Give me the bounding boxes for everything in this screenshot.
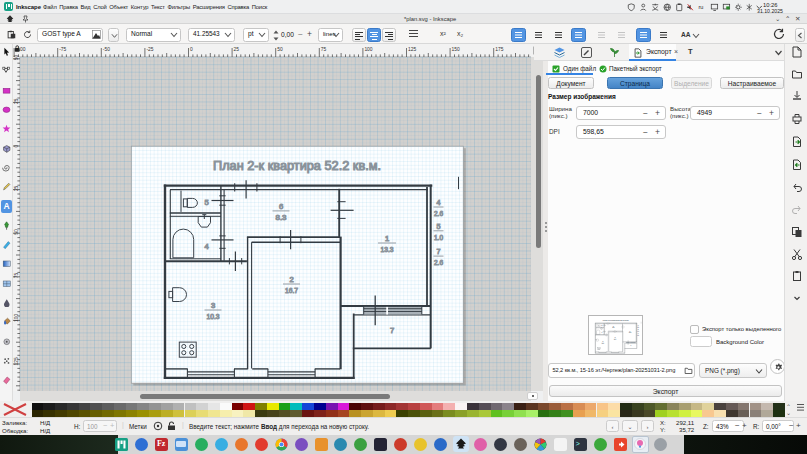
svg-text:13.3: 13.3 (381, 245, 394, 254)
svg-text:1: 1 (385, 234, 389, 243)
svg-text:4: 4 (204, 242, 208, 251)
svg-text:0: 0 (190, 47, 193, 52)
svg-text:2: 2 (289, 275, 293, 284)
svg-text:125: 125 (408, 47, 416, 52)
svg-text:10.3: 10.3 (207, 312, 220, 321)
svg-text:-75: -75 (59, 47, 66, 52)
svg-text:25: 25 (14, 98, 19, 104)
svg-text:2.6: 2.6 (637, 326, 639, 327)
svg-text:175: 175 (495, 47, 503, 52)
svg-text:5: 5 (437, 222, 441, 231)
svg-text:50: 50 (14, 55, 19, 61)
svg-text:50: 50 (14, 229, 19, 235)
svg-text:1.0: 1.0 (434, 233, 443, 242)
svg-text:2.6: 2.6 (637, 334, 639, 335)
svg-text:7: 7 (637, 332, 638, 333)
svg-text:16.7: 16.7 (614, 338, 616, 339)
svg-text:13.3: 13.3 (628, 332, 630, 333)
svg-text:ru: ru (698, 4, 703, 10)
svg-text:5: 5 (204, 198, 208, 207)
svg-text:2: 2 (614, 337, 615, 338)
svg-text:3: 3 (602, 341, 603, 342)
svg-text:16.7: 16.7 (285, 286, 298, 295)
svg-text:План 2-к квартира 52.2 кв.м.: План 2-к квартира 52.2 кв.м. (213, 159, 381, 173)
svg-text:50: 50 (277, 47, 283, 52)
svg-text:150: 150 (452, 47, 460, 52)
svg-text:75: 75 (14, 273, 19, 279)
svg-text:8.3: 8.3 (276, 213, 287, 222)
svg-text:2.6: 2.6 (434, 209, 443, 218)
svg-text:4: 4 (437, 198, 441, 207)
svg-text:4: 4 (637, 325, 638, 326)
svg-text:0: 0 (14, 145, 19, 148)
svg-text:75: 75 (321, 47, 327, 52)
svg-text:7: 7 (437, 247, 441, 256)
svg-text:5: 5 (637, 328, 638, 329)
svg-text:План 2-к квартира 52.2 кв.м.: План 2-к квартира 52.2 кв.м. (602, 318, 629, 320)
svg-text:5: 5 (601, 325, 602, 326)
svg-text:100: 100 (364, 47, 372, 52)
svg-text:-25: -25 (146, 47, 153, 52)
svg-text:125: 125 (14, 357, 19, 365)
svg-text:25: 25 (234, 47, 240, 52)
svg-text:-50: -50 (103, 47, 110, 52)
svg-text:6: 6 (613, 325, 614, 326)
svg-text:10.3: 10.3 (601, 342, 603, 343)
svg-text:8.3: 8.3 (612, 327, 614, 328)
svg-text:100: 100 (14, 313, 19, 321)
svg-text:2.6: 2.6 (434, 258, 443, 267)
svg-text:3: 3 (211, 301, 215, 310)
svg-text:6: 6 (279, 202, 283, 211)
svg-text:4: 4 (601, 332, 602, 333)
svg-text:7: 7 (390, 326, 394, 335)
svg-text:1.0: 1.0 (637, 330, 639, 331)
svg-text:25: 25 (14, 185, 19, 191)
svg-text:1: 1 (629, 330, 630, 331)
svg-text:7: 7 (630, 345, 631, 346)
